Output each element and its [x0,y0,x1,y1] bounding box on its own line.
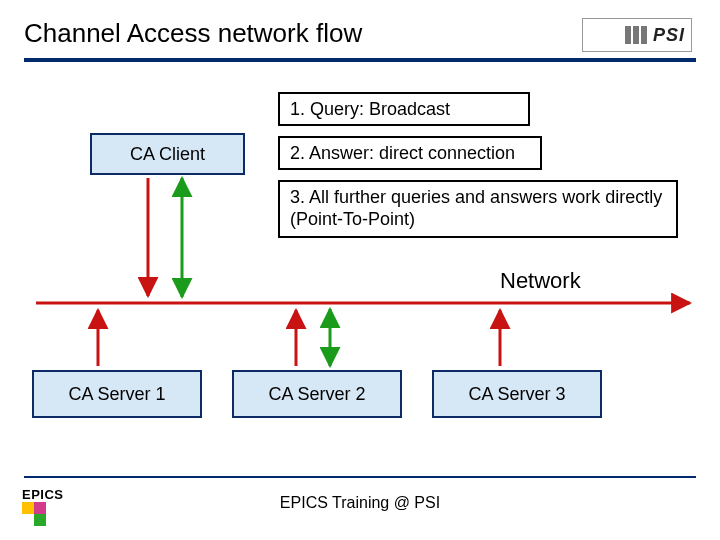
ca-client-box: CA Client [90,133,245,175]
ca-server-1-box: CA Server 1 [32,370,202,418]
ca-server-3-box: CA Server 3 [432,370,602,418]
psi-logo: PSI [582,18,692,52]
footer-text: EPICS Training @ PSI [0,494,720,512]
title-underline [24,58,696,62]
step2-box: 2. Answer: direct connection [278,136,542,170]
footer-rule [24,476,696,478]
ca-server-2-box: CA Server 2 [232,370,402,418]
epics-logo-text: EPICS [22,487,64,502]
diagram-arrows [0,0,720,540]
step1-box: 1. Query: Broadcast [278,92,530,126]
step3-box: 3. All further queries and answers work … [278,180,678,238]
epics-logo: EPICS [22,487,64,526]
psi-logo-text: PSI [653,25,685,46]
network-label: Network [500,268,581,294]
